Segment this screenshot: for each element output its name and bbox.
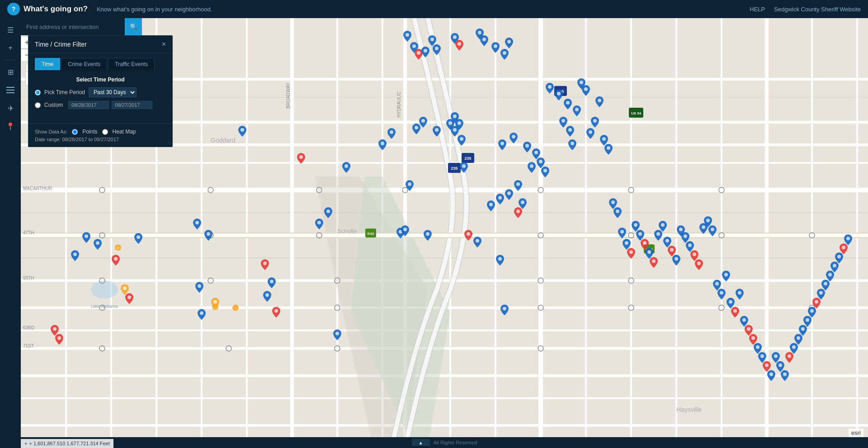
map-marker[interactable] — [424, 230, 432, 241]
sidebar-item-layers[interactable] — [2, 82, 19, 98]
map-marker[interactable] — [722, 271, 730, 281]
map-marker[interactable] — [573, 105, 581, 116]
map-marker[interactable] — [324, 207, 332, 218]
search-button[interactable]: 🔍 — [125, 18, 142, 35]
map-marker[interactable] — [125, 293, 133, 304]
resize-handle[interactable]: ⤡ — [167, 139, 171, 146]
map-marker[interactable] — [496, 194, 504, 205]
map-marker[interactable] — [586, 128, 594, 139]
sidebar-item-navigate[interactable]: ✈ — [2, 100, 19, 116]
map-marker[interactable] — [496, 255, 504, 266]
map-marker[interactable] — [315, 219, 323, 229]
map-marker[interactable] — [500, 49, 509, 60]
map-marker[interactable] — [455, 119, 463, 130]
map-marker[interactable] — [591, 117, 599, 128]
map-marker[interactable] — [566, 126, 574, 137]
map-marker[interactable] — [491, 42, 500, 53]
map-marker[interactable] — [419, 117, 427, 128]
map-marker[interactable] — [582, 85, 590, 96]
custom-radio[interactable] — [35, 102, 41, 108]
map-marker[interactable] — [595, 96, 604, 107]
up-arrow-button[interactable]: ▲ — [412, 439, 430, 446]
map-marker[interactable] — [844, 234, 852, 245]
heat-map-radio[interactable] — [102, 129, 108, 135]
map-marker[interactable] — [433, 126, 441, 137]
map-marker[interactable] — [421, 47, 429, 57]
map-marker[interactable] — [211, 298, 219, 309]
map-marker[interactable] — [263, 291, 271, 302]
map-marker[interactable] — [195, 282, 203, 293]
map-marker[interactable] — [458, 135, 466, 146]
sidebar-item-menu[interactable]: ☰ — [2, 22, 19, 38]
map-marker[interactable] — [708, 225, 717, 236]
sidebar-item-add[interactable]: + — [2, 40, 19, 56]
map-marker[interactable] — [514, 180, 522, 191]
time-period-select[interactable]: Past 30 Days Past 7 Days Past 90 Days Cu… — [89, 87, 137, 97]
map-marker[interactable] — [342, 162, 350, 173]
map-marker[interactable] — [736, 289, 744, 300]
map-marker[interactable] — [650, 257, 658, 268]
map-marker[interactable] — [480, 35, 488, 46]
map-marker[interactable] — [509, 133, 518, 143]
map-marker[interactable] — [505, 189, 513, 200]
map-marker[interactable] — [460, 162, 468, 173]
map-marker[interactable] — [695, 259, 703, 270]
sidebar-item-grid[interactable]: ⊞ — [2, 64, 19, 80]
map-marker[interactable] — [541, 167, 549, 177]
tab-traffic-events[interactable]: Traffic Events — [108, 58, 155, 70]
map-marker[interactable] — [627, 248, 635, 259]
pick-time-radio[interactable] — [35, 90, 41, 95]
map-marker[interactable] — [555, 90, 563, 100]
map-marker[interactable] — [387, 128, 396, 139]
map-marker[interactable] — [134, 233, 142, 244]
map-marker[interactable] — [401, 225, 409, 236]
map-marker[interactable] — [94, 239, 102, 250]
map-marker[interactable] — [261, 259, 269, 270]
filter-close-button[interactable]: × — [162, 40, 166, 48]
map-marker[interactable] — [112, 255, 120, 266]
map-marker[interactable] — [204, 230, 212, 241]
map-marker[interactable] — [487, 200, 495, 211]
map-marker[interactable] — [767, 370, 775, 381]
map-marker[interactable] — [297, 153, 305, 164]
map-marker[interactable] — [672, 255, 680, 266]
map-marker[interactable] — [546, 83, 554, 94]
map-marker[interactable] — [198, 309, 206, 320]
map-marker[interactable] — [519, 198, 527, 209]
map-marker[interactable] — [528, 162, 536, 173]
map-marker[interactable] — [781, 370, 789, 381]
map-marker[interactable] — [618, 228, 626, 238]
map-marker[interactable] — [238, 126, 246, 137]
tab-time[interactable]: Time — [35, 58, 60, 70]
sheriff-website-link[interactable]: Sedgwick County Sheriff Website — [774, 6, 861, 13]
map-marker[interactable] — [193, 219, 201, 229]
date-start-input[interactable] — [68, 101, 109, 109]
map-marker[interactable] — [473, 237, 481, 248]
map-marker[interactable] — [333, 329, 341, 340]
map-marker[interactable] — [498, 139, 506, 150]
map-marker[interactable] — [717, 289, 726, 300]
map-marker[interactable] — [613, 207, 622, 218]
sidebar-item-location[interactable]: 📍 — [2, 118, 19, 134]
map-marker[interactable] — [564, 99, 572, 110]
map-marker[interactable] — [403, 31, 411, 42]
map-marker[interactable] — [659, 221, 667, 232]
map-marker[interactable] — [464, 230, 472, 241]
map-marker[interactable] — [731, 307, 739, 318]
tab-crime-events[interactable]: Crime Events — [61, 58, 107, 70]
map-marker[interactable] — [268, 277, 276, 288]
map-marker[interactable] — [455, 40, 463, 51]
map-marker[interactable] — [378, 139, 387, 150]
search-input[interactable] — [21, 18, 125, 35]
points-radio[interactable] — [72, 129, 78, 135]
map-marker[interactable] — [433, 44, 441, 55]
map-marker[interactable] — [500, 305, 509, 315]
date-end-input[interactable] — [112, 101, 152, 109]
map-marker[interactable] — [604, 144, 613, 155]
map-marker[interactable] — [523, 142, 531, 153]
map-marker[interactable] — [82, 232, 90, 243]
expand-icon[interactable]: + — [24, 441, 27, 446]
map-marker[interactable] — [272, 307, 280, 318]
help-link[interactable]: HELP — [750, 6, 765, 13]
map-marker[interactable] — [71, 250, 79, 261]
